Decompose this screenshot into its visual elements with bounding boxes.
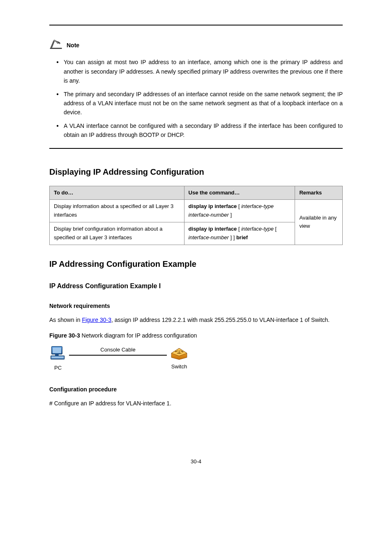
note-bottom-rule [49,148,343,149]
table-row: Display information about a specified or… [50,200,343,222]
figure-caption-num: Figure 30-3 [49,332,80,339]
note-bullets: You can assign at most two IP address to… [49,58,343,139]
example-sub1: IP Address Configuration Example I [49,281,343,291]
note-icon [49,38,63,53]
cell-remarks: Available in any view [295,200,343,245]
switch-label: Switch [171,363,187,371]
switch-icon [169,346,189,361]
network-diagram: PC Console Cable Switch [49,345,189,372]
cell-cmd: display ip interface [ interface-type in… [184,200,295,222]
svg-rect-5 [55,354,59,356]
svg-rect-0 [50,48,62,49]
top-rule [49,25,343,25]
page-number: 30-4 [49,458,343,466]
example-heading: IP Addressing Configuration Example [49,257,343,271]
display-heading: Displaying IP Addressing Configuration [49,165,343,178]
note-bullet: The primary and secondary IP addresses o… [64,90,343,117]
col-remarks: Remarks [295,186,343,200]
cable-label: Console Cable [100,346,135,354]
table-header-row: To do… Use the command… Remarks [50,186,343,200]
figure-link[interactable]: Figure 30-3 [82,317,111,323]
config-step: # Configure an IP address for VLAN-inter… [49,399,343,408]
pc-label: PC [54,364,62,372]
config-table: To do… Use the command… Remarks Display … [49,186,343,245]
net-req-prefix: As shown in [49,317,82,323]
network-req-heading: Network requirements [49,301,343,310]
figure-caption-rest: Network diagram for IP address configura… [80,332,197,339]
cell-todo: Display brief configuration information … [50,222,184,245]
col-cmd: Use the command… [184,186,295,200]
switch-group: Switch [169,346,189,371]
svg-rect-2 [53,347,61,353]
console-cable: Console Cable [69,355,167,356]
svg-rect-4 [51,356,64,358]
cell-todo: Display information about a specified or… [50,200,184,222]
config-proc-heading: Configuration procedure [49,385,343,394]
note-bullet: You can assign at most two IP address to… [64,58,343,85]
net-req-suffix: , assign IP address 129.2.2.1 with mask … [111,317,330,323]
note-header: Note [49,38,343,53]
cell-cmd: display ip interface [ interface-type [ … [184,222,295,245]
pc-group: PC [49,345,67,372]
network-req-text: As shown in Figure 30-3, assign IP addre… [49,315,343,324]
col-todo: To do… [50,186,184,200]
note-title: Note [67,41,79,50]
figure-caption: Figure 30-3 Network diagram for IP addre… [49,331,343,340]
note-section: Note You can assign at most two IP addre… [49,38,343,140]
note-bullet: A VLAN interface cannot be configured wi… [64,121,343,140]
pc-icon [49,345,67,362]
